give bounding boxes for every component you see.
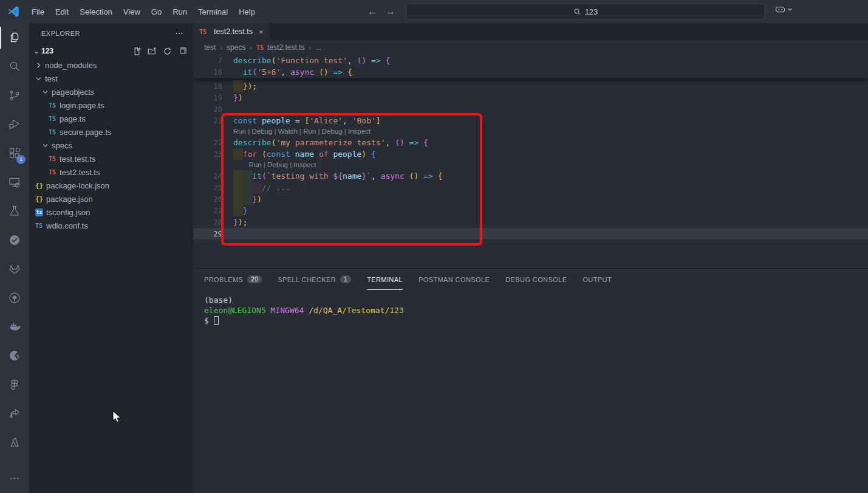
source-control-icon[interactable] — [0, 81, 29, 110]
indent-guide-block — [233, 170, 243, 182]
tree-item-test-test-ts[interactable]: TStest.test.ts — [29, 152, 193, 165]
menu-item-go[interactable]: Go — [146, 4, 167, 19]
codelens-actions[interactable]: Run | Debug | Inspect — [238, 160, 316, 170]
terminal-line: (base) — [204, 295, 868, 305]
close-tab-icon[interactable]: × — [259, 27, 264, 36]
breadcrumb-item[interactable]: ... — [315, 43, 321, 52]
panel-tab-label: OUTPUT — [583, 276, 612, 283]
tree-item-test2-test-ts[interactable]: TStest2.test.ts — [29, 165, 193, 179]
azure-icon[interactable] — [0, 428, 29, 457]
new-folder-icon[interactable] — [148, 47, 157, 56]
line-number: 16 — [193, 66, 222, 78]
menu-item-selection[interactable]: Selection — [74, 4, 117, 19]
remote-explorer-icon[interactable] — [0, 168, 29, 197]
check-circle-icon[interactable] — [0, 226, 29, 255]
tree-item-secure-page-ts[interactable]: TSsecure.page.ts — [29, 125, 193, 139]
run-and-debug-icon[interactable] — [0, 110, 29, 139]
menu-item-edit[interactable]: Edit — [50, 4, 74, 19]
codelens-row[interactable]: Run | Debug | Inspect — [193, 160, 868, 170]
breadcrumb-item[interactable]: test — [204, 43, 216, 52]
breadcrumb-item[interactable]: specs — [227, 43, 245, 52]
code-line: 19}) — [193, 92, 868, 103]
panel-tab-problems[interactable]: PROBLEMS20 — [204, 269, 262, 290]
tree-item-tsconfig-json[interactable]: tstsconfig.json — [29, 205, 193, 219]
copilot-menu[interactable] — [775, 5, 793, 14]
editor-group: TS test2.test.ts × test›specs›TStest2.te… — [193, 23, 868, 493]
menu-item-run[interactable]: Run — [167, 4, 193, 19]
explorer-sidebar: EXPLORER ⌄ 123 node_modulestestpageobjec… — [29, 23, 193, 493]
menu-item-terminal[interactable]: Terminal — [193, 4, 233, 19]
code-line: 23for (const name of people) { — [193, 148, 868, 160]
panel-tab-bar: PROBLEMS20SPELL CHECKER1TERMINALPOSTMAN … — [193, 269, 868, 290]
file-type-icon: TS — [49, 169, 60, 176]
tree-item-label: tsconfig.json — [46, 208, 90, 217]
menu-item-view[interactable]: View — [118, 4, 146, 19]
file-type-icon: ts — [35, 209, 46, 216]
panel-tab-debug-console[interactable]: DEBUG CONSOLE — [505, 269, 567, 290]
line-number: 19 — [193, 92, 222, 103]
tree-item-pageobjects[interactable]: pageobjects — [29, 85, 193, 98]
github-icon[interactable] — [0, 283, 29, 312]
code-line: 16 it('5+6', async () => { — [193, 66, 868, 78]
typescript-file-icon: TS — [256, 44, 264, 51]
menu-item-file[interactable]: File — [26, 4, 50, 19]
more-icon[interactable] — [0, 464, 29, 493]
collapse-all-icon[interactable] — [178, 47, 187, 56]
indent-guide-block — [233, 193, 243, 205]
code-line-content — [222, 228, 233, 240]
codelens-row[interactable]: Run | Debug | Watch | Run | Debug | Insp… — [193, 126, 868, 137]
tree-item-test[interactable]: test — [29, 72, 193, 85]
tree-item-login-page-ts[interactable]: TSlogin.page.ts — [29, 98, 193, 112]
tree-item-label: wdio.conf.ts — [46, 221, 88, 230]
testing-icon[interactable] — [0, 196, 29, 226]
new-file-icon[interactable] — [132, 47, 142, 56]
tree-item-package-json[interactable]: {}package.json — [29, 192, 193, 205]
forward-icon[interactable]: → — [386, 6, 395, 17]
terminal[interactable]: (base)eleon@LEGION5 MINGW64 /d/QA_A/Test… — [193, 290, 868, 326]
refresh-icon[interactable] — [163, 47, 172, 56]
panel-tab-terminal[interactable]: TERMINAL — [367, 269, 403, 290]
line-number: 22 — [193, 137, 222, 148]
code-line: 28}); — [193, 216, 868, 228]
panel-tab-spell-checker[interactable]: SPELL CHECKER1 — [278, 269, 351, 290]
tree-item-label: pageobjects — [52, 88, 94, 97]
panel-tab-output[interactable]: OUTPUT — [583, 269, 612, 290]
back-icon[interactable]: ← — [367, 6, 377, 17]
tree-item-label: test — [45, 74, 58, 83]
codelens-actions[interactable]: Run | Debug | Watch | Run | Debug | Insp… — [222, 126, 371, 137]
docker-icon[interactable] — [0, 312, 29, 342]
panel-tab-label: TERMINAL — [367, 276, 403, 283]
file-type-icon: TS — [49, 156, 60, 162]
figma-icon[interactable] — [0, 370, 29, 399]
indent-guide-block — [233, 80, 243, 92]
more-actions-icon[interactable] — [175, 29, 183, 38]
tree-item-specs[interactable]: specs — [29, 139, 193, 152]
code-line: 26}) — [193, 193, 868, 205]
workspace-section-header[interactable]: ⌄ 123 — [29, 44, 193, 58]
panel-tab-badge: 1 — [340, 275, 351, 283]
command-center-search[interactable]: 123 — [406, 4, 765, 19]
explorer-icon[interactable] — [0, 23, 29, 52]
breadcrumb-separator: › — [309, 44, 311, 51]
extensions-icon[interactable]: 1 — [0, 139, 29, 168]
panel-tab-postman-console[interactable]: POSTMAN CONSOLE — [419, 269, 490, 290]
tree-item-node-modules[interactable]: node_modules — [29, 58, 193, 72]
tree-item-page-ts[interactable]: TSpage.ts — [29, 112, 193, 125]
code-line-content: }) — [222, 193, 262, 205]
breadcrumb-item[interactable]: test2.test.ts — [267, 43, 304, 52]
terminal-line: eleon@LEGION5 MINGW64 /d/QA_A/Testomat/1… — [204, 305, 868, 315]
code-editor[interactable]: 7describe('Function test', () => {16 it(… — [193, 55, 868, 268]
tree-item-wdio-conf-ts[interactable]: TSwdio.conf.ts — [29, 219, 193, 232]
sidebar-title: EXPLORER — [41, 30, 80, 37]
tree-item-package-lock-json[interactable]: {}package-lock.json — [29, 179, 193, 192]
tree-item-label: package.json — [46, 195, 93, 204]
indent-guide-block — [243, 193, 253, 205]
editor-tab[interactable]: TS test2.test.ts × — [193, 23, 270, 40]
line-number-gutter — [193, 160, 222, 170]
pie-circle-icon[interactable] — [0, 341, 29, 370]
share-icon[interactable] — [0, 399, 29, 428]
search-icon[interactable] — [0, 52, 29, 81]
menu-item-help[interactable]: Help — [233, 4, 261, 19]
panel-tab-label: SPELL CHECKER — [278, 276, 336, 283]
gitlab-icon[interactable] — [0, 255, 29, 284]
